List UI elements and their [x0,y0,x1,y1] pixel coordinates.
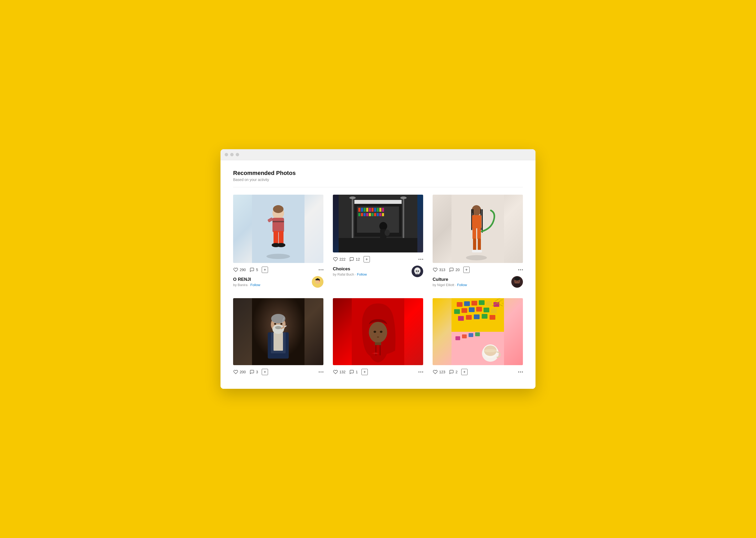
photo-actions-choices: 222 12 [333,256,423,262]
comment-button-renji[interactable]: 5 [249,267,258,272]
more-dot [322,269,323,270]
more-dot [422,371,423,372]
photo-meta-info-renji: O RENJI by Banira · Follow [233,277,260,287]
more-button-hooded[interactable] [418,371,423,372]
add-button-portrait[interactable] [262,369,268,375]
more-button-portrait[interactable] [319,371,323,372]
heart-icon [333,257,338,262]
more-dot [518,371,519,372]
like-button-hooded[interactable]: 132 [333,369,346,375]
svg-point-69 [466,255,487,260]
add-button-food[interactable] [461,369,467,375]
svg-point-84 [275,326,281,329]
like-count-choices: 222 [339,257,346,261]
svg-rect-28 [374,208,376,212]
photo-image-choices[interactable] [333,195,423,252]
more-button-choices[interactable] [418,259,423,260]
svg-point-43 [350,196,356,199]
heart-icon [233,267,238,272]
svg-rect-106 [454,309,460,314]
svg-point-47 [379,222,387,230]
comment-count-hooded: 1 [356,370,358,374]
browser-dot-maximize[interactable] [236,153,239,156]
album-title-choices: Choices [333,266,367,272]
svg-point-93 [380,331,382,333]
photo-image-hooded[interactable] [333,298,423,365]
like-button-renji[interactable]: 290 [233,267,246,272]
add-button-choices[interactable] [363,256,370,262]
svg-rect-30 [379,208,381,212]
svg-rect-112 [458,316,464,321]
svg-rect-27 [371,208,374,212]
photo-card-food: 123 2 [433,298,523,378]
comment-button-culture[interactable]: 20 [449,267,460,272]
svg-point-9 [277,243,285,247]
add-button-renji[interactable] [262,267,268,273]
browser-dot-minimize[interactable] [230,153,234,156]
heart-icon [233,369,238,375]
browser-dot-close[interactable] [225,153,228,156]
svg-rect-61 [482,209,483,233]
svg-rect-73 [514,284,520,288]
comment-icon [449,369,454,375]
heart-icon [433,267,438,272]
svg-rect-39 [377,213,379,216]
more-button-culture[interactable] [518,269,523,270]
comment-count-food: 2 [455,370,457,374]
photo-actions-renji: 290 5 [233,267,323,273]
more-button-food[interactable] [518,371,523,372]
more-dot [420,259,421,260]
svg-rect-129 [469,333,473,337]
avatar-rafal[interactable] [412,266,423,277]
photo-author-renji: by Banira · Follow [233,283,260,287]
comment-button-food[interactable]: 2 [449,369,457,375]
more-dot [518,269,519,270]
comment-button-hooded[interactable]: 1 [349,369,358,375]
browser-content: Recommended Photos Based on your activit… [220,160,536,389]
comment-button-portrait[interactable]: 3 [249,369,258,375]
author-name-culture: Nigel Elliott [437,283,454,287]
svg-rect-7 [279,231,283,244]
add-button-culture[interactable] [463,267,470,273]
comment-button-choices[interactable]: 12 [349,257,360,262]
svg-rect-33 [361,213,363,216]
svg-rect-44 [403,197,404,244]
more-dot [520,371,521,372]
photo-meta-info-choices: Choices by Rafal Buch · Follow [333,266,367,276]
browser-chrome [220,149,536,160]
like-button-portrait[interactable]: 200 [233,369,246,375]
svg-rect-13 [315,279,320,280]
photo-actions-culture: 313 20 [433,267,523,273]
more-button-renji[interactable] [319,269,323,270]
follow-link-culture[interactable]: Follow [457,283,467,287]
more-dot [420,371,421,372]
photo-card-choices: 222 12 [333,195,423,288]
more-dot [320,269,321,270]
like-button-choices[interactable]: 222 [333,257,346,262]
like-button-culture[interactable]: 313 [433,267,445,272]
svg-rect-25 [366,208,368,212]
photo-image-renji[interactable] [233,195,323,263]
author-name-renji: Banira [238,283,248,287]
avatar-renji[interactable] [312,276,323,288]
svg-rect-63 [473,227,476,239]
photo-meta-renji: O RENJI by Banira · Follow [233,276,323,288]
svg-rect-42 [352,197,353,244]
photo-image-portrait[interactable] [233,298,323,365]
like-button-food[interactable]: 123 [433,369,445,375]
svg-point-85 [274,323,276,325]
add-button-hooded[interactable] [361,369,368,375]
follow-link-choices[interactable]: Follow [357,272,367,276]
svg-rect-31 [382,208,384,212]
follow-link-renji[interactable]: Follow [251,283,260,287]
photo-image-culture[interactable] [433,195,523,263]
photo-actions-portrait: 200 3 [233,369,323,375]
avatar-nigel[interactable] [511,276,523,288]
svg-rect-32 [358,213,360,216]
like-count-culture: 313 [439,268,445,272]
svg-rect-29 [377,208,379,212]
like-count-hooded: 132 [339,370,346,374]
album-title-culture: Culture [433,277,467,282]
photo-image-food[interactable] [433,298,523,365]
author-name-choices: Rafal Buch [337,272,354,276]
